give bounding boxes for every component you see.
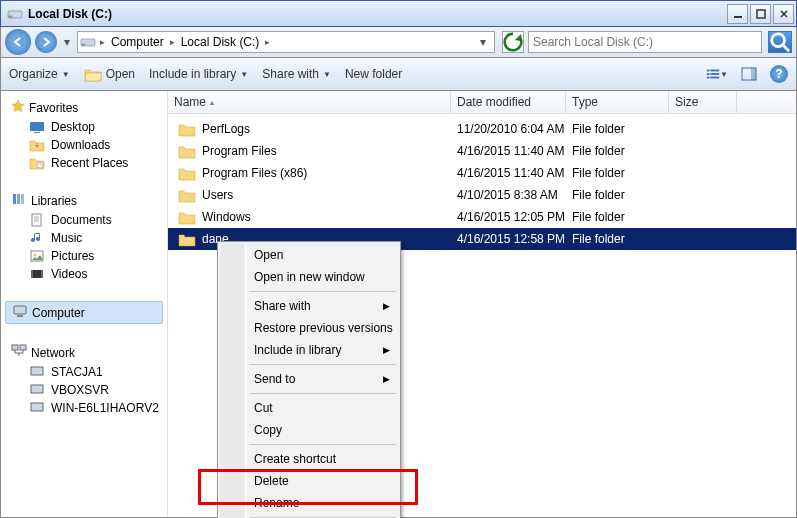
file-row[interactable]: Users4/10/2015 8:38 AMFile folder — [168, 184, 796, 206]
computer-icon — [29, 383, 45, 397]
menu-separator — [250, 364, 396, 365]
menu-item[interactable]: Restore previous versions — [220, 317, 398, 339]
breadcrumb-computer[interactable]: Computer — [107, 35, 168, 49]
column-size[interactable]: Size — [669, 91, 737, 113]
chevron-right-icon[interactable]: ▸ — [168, 37, 177, 47]
computer-icon — [12, 304, 28, 321]
folder-icon — [178, 166, 196, 181]
file-name: Windows — [202, 210, 251, 224]
svg-rect-1 — [9, 16, 12, 17]
file-date: 11/20/2010 6:04 AM — [451, 122, 566, 136]
menu-item[interactable]: Open in new window — [220, 266, 398, 288]
navigation-pane: Favorites Desktop Downloads Recent Place… — [1, 91, 168, 517]
submenu-arrow-icon: ▶ — [383, 301, 390, 311]
help-button[interactable]: ? — [770, 65, 788, 83]
menu-item[interactable]: Delete — [220, 470, 398, 492]
network-header[interactable]: Network — [5, 342, 163, 363]
organize-menu[interactable]: Organize▼ — [9, 67, 70, 81]
svg-rect-2 — [734, 16, 742, 18]
refresh-button[interactable] — [502, 31, 524, 53]
pictures-icon — [29, 249, 45, 263]
chevron-right-icon[interactable]: ▸ — [263, 37, 272, 47]
open-button[interactable]: Open — [84, 67, 135, 82]
breadcrumb-localdisk[interactable]: Local Disk (C:) — [177, 35, 264, 49]
nav-item-label: Videos — [51, 267, 87, 281]
file-type: File folder — [566, 232, 669, 246]
nav-videos[interactable]: Videos — [5, 265, 163, 283]
folder-icon — [178, 122, 196, 137]
menu-item-label: Open — [254, 248, 283, 262]
nav-recent[interactable]: Recent Places — [5, 154, 163, 172]
history-dropdown[interactable]: ▾ — [61, 35, 73, 49]
network-label: Network — [31, 346, 75, 360]
preview-pane-button[interactable] — [738, 64, 760, 84]
nav-network-host[interactable]: WIN-E6L1IHAORV2 — [5, 399, 163, 417]
nav-documents[interactable]: Documents — [5, 211, 163, 229]
menu-item[interactable]: Cut — [220, 397, 398, 419]
nav-downloads[interactable]: Downloads — [5, 136, 163, 154]
file-row[interactable]: Program Files (x86)4/16/2015 11:40 AMFil… — [168, 162, 796, 184]
nav-music[interactable]: Music — [5, 229, 163, 247]
new-folder-button[interactable]: New folder — [345, 67, 402, 81]
column-header-row: Name▴ Date modified Type Size — [168, 91, 796, 114]
share-label: Share with — [262, 67, 319, 81]
open-label: Open — [106, 67, 135, 81]
address-bar: ▾ ▸ Computer ▸ Local Disk (C:) ▸ ▾ Searc… — [0, 27, 797, 58]
back-button[interactable] — [5, 29, 31, 55]
nav-item-label: Pictures — [51, 249, 94, 263]
include-library-menu[interactable]: Include in library▼ — [149, 67, 248, 81]
menu-item-label: Cut — [254, 401, 273, 415]
menu-item[interactable]: Send to▶ — [220, 368, 398, 390]
menu-item[interactable]: Rename — [220, 492, 398, 514]
file-row[interactable]: Windows4/16/2015 12:05 PMFile folder — [168, 206, 796, 228]
file-type: File folder — [566, 166, 669, 180]
menu-item[interactable]: Create shortcut — [220, 448, 398, 470]
breadcrumb-bar[interactable]: ▸ Computer ▸ Local Disk (C:) ▸ ▾ — [77, 31, 495, 53]
svg-rect-18 — [13, 194, 16, 204]
window-title: Local Disk (C:) — [28, 7, 727, 21]
menu-item[interactable]: Open — [220, 244, 398, 266]
libraries-icon — [11, 192, 27, 209]
minimize-button[interactable] — [727, 4, 748, 24]
column-size-label: Size — [675, 95, 698, 109]
chevron-right-icon[interactable]: ▸ — [98, 37, 107, 47]
menu-item[interactable]: Include in library▶ — [220, 339, 398, 361]
submenu-arrow-icon: ▶ — [383, 374, 390, 384]
menu-item[interactable]: Copy — [220, 419, 398, 441]
column-name[interactable]: Name▴ — [168, 91, 451, 113]
computer-icon — [29, 365, 45, 379]
network-icon — [11, 344, 27, 361]
share-with-menu[interactable]: Share with▼ — [262, 67, 331, 81]
search-input[interactable]: Search Local Disk (C:) — [528, 31, 762, 53]
computer-header[interactable]: Computer — [5, 301, 163, 324]
column-type[interactable]: Type — [566, 91, 669, 113]
search-button[interactable] — [768, 31, 792, 53]
svg-rect-3 — [757, 10, 765, 18]
file-row[interactable]: PerfLogs11/20/2010 6:04 AMFile folder — [168, 118, 796, 140]
file-row[interactable]: Program Files4/16/2015 11:40 AMFile fold… — [168, 140, 796, 162]
include-label: Include in library — [149, 67, 236, 81]
libraries-header[interactable]: Libraries — [5, 190, 163, 211]
search-placeholder: Search Local Disk (C:) — [533, 35, 653, 49]
favorites-header[interactable]: Favorites — [5, 97, 163, 118]
menu-item-label: Share with — [254, 299, 311, 313]
submenu-arrow-icon: ▶ — [383, 345, 390, 355]
nav-desktop[interactable]: Desktop — [5, 118, 163, 136]
view-options-button[interactable]: ▼ — [706, 64, 728, 84]
menu-separator — [250, 393, 396, 394]
libraries-label: Libraries — [31, 194, 77, 208]
address-dropdown[interactable]: ▾ — [474, 35, 492, 49]
forward-button[interactable] — [35, 31, 57, 53]
nav-network-host[interactable]: STACJA1 — [5, 363, 163, 381]
nav-pictures[interactable]: Pictures — [5, 247, 163, 265]
file-date: 4/16/2015 12:05 PM — [451, 210, 566, 224]
maximize-button[interactable] — [750, 4, 771, 24]
svg-rect-12 — [710, 77, 719, 79]
column-date[interactable]: Date modified — [451, 91, 566, 113]
nav-item-label: Desktop — [51, 120, 95, 134]
column-name-label: Name — [174, 95, 206, 109]
nav-network-host[interactable]: VBOXSVR — [5, 381, 163, 399]
folder-icon — [178, 232, 196, 247]
menu-item[interactable]: Share with▶ — [220, 295, 398, 317]
close-button[interactable] — [773, 4, 794, 24]
